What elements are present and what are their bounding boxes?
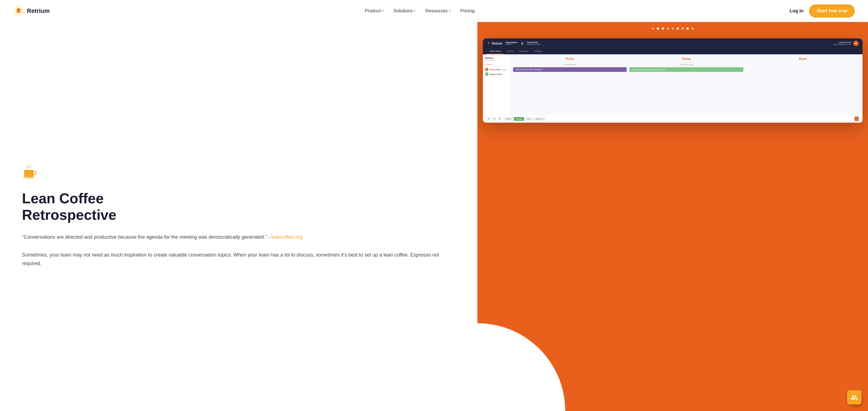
prog-icon-3: ⏱ — [498, 117, 501, 121]
hero-right: Retrium Organization Retrium 🔒 Team Room… — [477, 22, 868, 411]
member-avatar-2: ME — [485, 72, 488, 76]
dot-9 — [691, 27, 694, 30]
help-button[interactable] — [847, 390, 861, 404]
app-user-info: Jessica Parker jessica@retrium.com JP — [834, 41, 859, 46]
prog-icon-2: ↺ — [492, 117, 496, 121]
navbar: Retrium Product ▾ Solutions ▾ Resources … — [0, 0, 868, 22]
user-avatar: JP — [853, 41, 859, 46]
columns-area: To Do Communication Communication with C… — [510, 54, 863, 115]
dot-7 — [682, 27, 684, 30]
lock-icon: 🔒 — [521, 42, 524, 45]
column-todo-header: To Do — [513, 57, 627, 61]
main-content: Lean Coffee Retrospective "Conversations… — [0, 22, 868, 411]
nav-solutions-label: Solutions — [394, 8, 413, 14]
app-user-email: jessica@retrium.com — [834, 43, 851, 45]
hero-description: Sometimes, your team may not need as muc… — [22, 251, 456, 267]
leancoffee-link[interactable]: leancoffee.org — [271, 234, 303, 240]
nav-product-label: Product — [365, 8, 381, 14]
logo-text: Retrium — [27, 7, 50, 14]
app-header-left: Retrium Organization Retrium 🔒 Team Room… — [487, 41, 540, 45]
dot-2 — [657, 27, 659, 30]
app-footer: ⊙ ↺ ⏱ Think Group Vote Discuss › — [483, 115, 863, 123]
chevron-down-icon: ▾ — [382, 9, 384, 12]
member-item-1: JP Jessica Parker you — [485, 68, 508, 71]
dot-3 — [662, 27, 664, 30]
app-org-label: Organization — [506, 41, 518, 43]
member-name-1: Jessica Parker you — [490, 69, 506, 70]
members-count: 1 of 2 present — [485, 60, 508, 61]
nav-item-pricing[interactable]: Pricing — [460, 8, 475, 14]
next-stage-button[interactable]: › — [855, 117, 859, 121]
app-screenshot: Retrium Organization Retrium 🔒 Team Room… — [483, 38, 863, 123]
member-item-2: ME Meagan Everton — [485, 72, 508, 76]
members-title: Members — [485, 57, 508, 59]
app-nav: Team Room History Members Settings — [483, 48, 863, 54]
login-button[interactable]: Log In — [789, 8, 804, 14]
app-nav-history[interactable]: History — [504, 49, 516, 54]
column-todo: To Do Communication Communication with C… — [513, 57, 627, 112]
column-doing-label: New Technology — [629, 64, 743, 66]
column-todo-label: Communication — [513, 64, 627, 66]
nav-item-product[interactable]: Product ▾ — [365, 8, 384, 14]
start-trial-button[interactable]: Start free trial — [809, 4, 855, 18]
members-panel: Members 1 of 2 present ✦ Invite JP Jessi… — [483, 54, 510, 115]
hero-left: Lean Coffee Retrospective "Conversations… — [0, 22, 477, 411]
member-badge: you — [502, 69, 506, 71]
app-user-name: Jessica Parker — [834, 41, 851, 43]
invite-button[interactable]: ✦ Invite — [485, 63, 508, 66]
column-doing-header: Doing — [629, 57, 743, 61]
column-doing: Doing New Technology Should we incorpora… — [629, 57, 743, 112]
app-org-info: Organization Retrium — [506, 41, 518, 45]
app-room-label: Team Room — [527, 41, 541, 43]
prog-icon-1: ⊙ — [487, 117, 491, 121]
member-name-2: Meagan Everton — [490, 73, 503, 75]
stage-group: Group — [514, 117, 524, 121]
dot-1 — [652, 27, 654, 30]
nav-resources-label: Resources — [425, 8, 447, 14]
progress-icons: ⊙ ↺ ⏱ — [487, 117, 501, 121]
nav-item-solutions[interactable]: Solutions ▾ — [394, 8, 415, 14]
stage-steps: Think Group Vote Discuss — [504, 117, 852, 121]
hero-quote: "Conversations are directed and producti… — [22, 233, 456, 242]
stage-discuss: Discuss — [533, 117, 545, 121]
coffee-icon — [22, 165, 456, 184]
app-logo: Retrium — [487, 41, 502, 45]
app-room-name: Marketing Team — [527, 43, 541, 45]
column-done: Done — [746, 57, 860, 112]
retrium-logo-icon — [13, 5, 24, 17]
app-room-info: Team Room Marketing Team — [527, 41, 541, 45]
dots-pattern — [652, 27, 694, 30]
stage-vote: Vote — [525, 117, 533, 121]
dot-6 — [677, 27, 679, 30]
card-communication: Communication with Customers — [513, 67, 627, 72]
navbar-logo-group: Retrium — [13, 5, 50, 17]
card-tech-stack: Should we incorporate a new tech stack — [629, 67, 743, 72]
nav-item-resources[interactable]: Resources ▾ — [425, 8, 450, 14]
column-done-header: Done — [746, 57, 860, 61]
chevron-down-icon: ▾ — [449, 9, 451, 12]
svg-point-2 — [23, 177, 35, 179]
svg-rect-1 — [24, 170, 33, 177]
member-avatar-1: JP — [485, 68, 488, 71]
dot-4 — [667, 27, 669, 30]
stage-think: Think — [504, 117, 513, 121]
hero-title: Lean Coffee Retrospective — [22, 190, 456, 223]
app-nav-teamroom[interactable]: Team Room — [487, 49, 504, 54]
app-nav-members[interactable]: Members — [516, 49, 531, 54]
dot-8 — [687, 27, 689, 30]
app-nav-settings[interactable]: Settings — [531, 49, 544, 54]
navbar-center: Product ▾ Solutions ▾ Resources ▾ Pricin… — [365, 8, 475, 14]
dot-5 — [672, 27, 674, 30]
app-logo-text: Retrium — [492, 42, 502, 45]
navbar-right: Log In Start free trial — [789, 4, 855, 18]
app-header: Retrium Organization Retrium 🔒 Team Room… — [483, 38, 863, 48]
app-body: Members 1 of 2 present ✦ Invite JP Jessi… — [483, 54, 863, 115]
app-org-name: Retrium — [506, 43, 518, 45]
nav-pricing-label: Pricing — [460, 8, 475, 14]
chevron-down-icon: ▾ — [414, 9, 415, 12]
